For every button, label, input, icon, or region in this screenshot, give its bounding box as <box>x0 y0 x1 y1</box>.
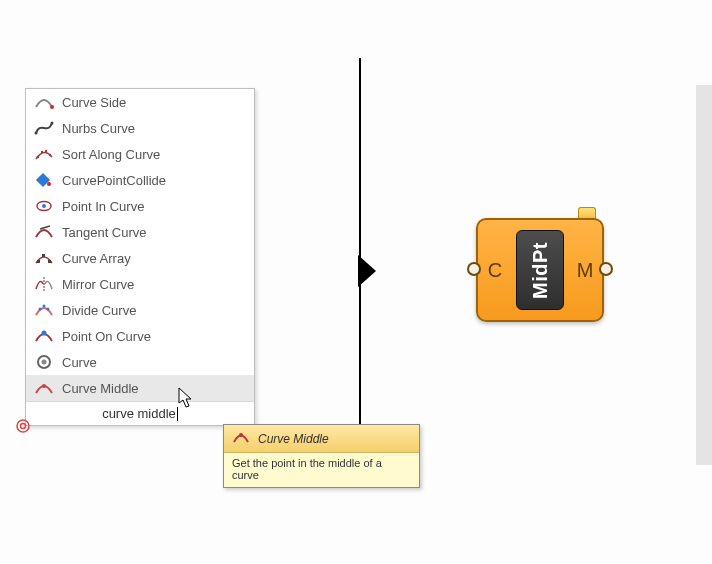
svg-point-18 <box>42 331 47 336</box>
tangent-curve-icon <box>32 222 56 242</box>
canvas-divider-arrow <box>358 255 376 287</box>
curve-icon <box>32 352 56 372</box>
divide-curve-icon <box>32 300 56 320</box>
svg-point-4 <box>41 151 43 153</box>
text-caret <box>177 407 178 421</box>
node-output-label[interactable]: M <box>568 220 602 320</box>
svg-point-2 <box>51 122 54 125</box>
right-scroll-strip[interactable] <box>696 85 712 465</box>
search-input-text: curve middle <box>102 406 176 421</box>
menu-item-label: Divide Curve <box>62 303 136 318</box>
curve-middle-icon <box>32 378 56 398</box>
target-glyph-icon <box>15 418 31 434</box>
svg-point-22 <box>17 420 29 432</box>
svg-point-15 <box>39 308 42 311</box>
curve-point-collide-icon <box>32 170 56 190</box>
node-input-port[interactable] <box>467 262 481 276</box>
menu-item-label: Curve Side <box>62 95 126 110</box>
menu-item-label: Point In Curve <box>62 199 144 214</box>
svg-point-21 <box>42 384 46 388</box>
curve-middle-icon <box>232 429 250 448</box>
point-in-curve-icon <box>32 196 56 216</box>
svg-rect-13 <box>48 260 51 263</box>
svg-rect-11 <box>37 260 40 263</box>
svg-point-3 <box>37 156 39 158</box>
svg-point-17 <box>47 308 50 311</box>
component-tooltip: Curve Middle Get the point in the middle… <box>223 424 420 488</box>
svg-point-6 <box>49 154 51 156</box>
menu-item-label: Curve Array <box>62 251 131 266</box>
menu-item-curve[interactable]: Curve <box>26 349 254 375</box>
node-curve-middle[interactable]: C MidPt M <box>476 218 604 322</box>
node-body[interactable]: C MidPt M <box>476 218 604 322</box>
menu-item-curve-array[interactable]: Curve Array <box>26 245 254 271</box>
svg-point-20 <box>42 360 47 365</box>
svg-point-8 <box>47 182 51 186</box>
svg-point-16 <box>43 305 46 308</box>
menu-item-curve-side[interactable]: Curve Side <box>26 89 254 115</box>
node-title-band: MidPt <box>516 230 564 310</box>
sort-along-curve-icon <box>32 144 56 164</box>
menu-item-label: Sort Along Curve <box>62 147 160 162</box>
svg-point-9 <box>42 204 46 208</box>
svg-point-23 <box>21 424 26 429</box>
tooltip-title: Curve Middle <box>258 432 329 446</box>
menu-item-label: Curve Middle <box>62 381 139 396</box>
curve-array-icon <box>32 248 56 268</box>
menu-item-point-on-curve[interactable]: Point On Curve <box>26 323 254 349</box>
svg-line-10 <box>40 226 50 229</box>
node-output-port[interactable] <box>599 262 613 276</box>
menu-item-mirror-curve[interactable]: Mirror Curve <box>26 271 254 297</box>
menu-item-nurbs-curve[interactable]: Nurbs Curve <box>26 115 254 141</box>
menu-item-curve-point-collide[interactable]: CurvePointCollide <box>26 167 254 193</box>
curve-side-icon <box>32 92 56 112</box>
menu-item-curve-middle[interactable]: Curve Middle <box>26 375 254 401</box>
mirror-curve-icon <box>32 274 56 294</box>
node-input-label[interactable]: C <box>478 220 512 320</box>
point-on-curve-icon <box>32 326 56 346</box>
svg-rect-12 <box>42 254 45 257</box>
component-search-menu[interactable]: Curve Side Nurbs Curve Sort Along Curve … <box>25 88 255 426</box>
menu-item-label: Tangent Curve <box>62 225 147 240</box>
menu-item-divide-curve[interactable]: Divide Curve <box>26 297 254 323</box>
svg-point-0 <box>50 105 54 109</box>
search-input-row[interactable]: curve middle <box>26 401 254 425</box>
svg-point-24 <box>239 433 243 437</box>
svg-point-5 <box>45 150 47 152</box>
menu-item-label: Mirror Curve <box>62 277 134 292</box>
menu-item-point-in-curve[interactable]: Point In Curve <box>26 193 254 219</box>
node-title: MidPt <box>529 242 552 299</box>
nurbs-curve-icon <box>32 118 56 138</box>
tooltip-header: Curve Middle <box>224 425 419 453</box>
tooltip-body: Get the point in the middle of a curve <box>224 453 419 487</box>
menu-item-label: CurvePointCollide <box>62 173 166 188</box>
menu-item-tangent-curve[interactable]: Tangent Curve <box>26 219 254 245</box>
svg-point-1 <box>35 132 38 135</box>
menu-item-label: Point On Curve <box>62 329 151 344</box>
menu-item-label: Nurbs Curve <box>62 121 135 136</box>
menu-item-sort-along-curve[interactable]: Sort Along Curve <box>26 141 254 167</box>
menu-item-label: Curve <box>62 355 97 370</box>
